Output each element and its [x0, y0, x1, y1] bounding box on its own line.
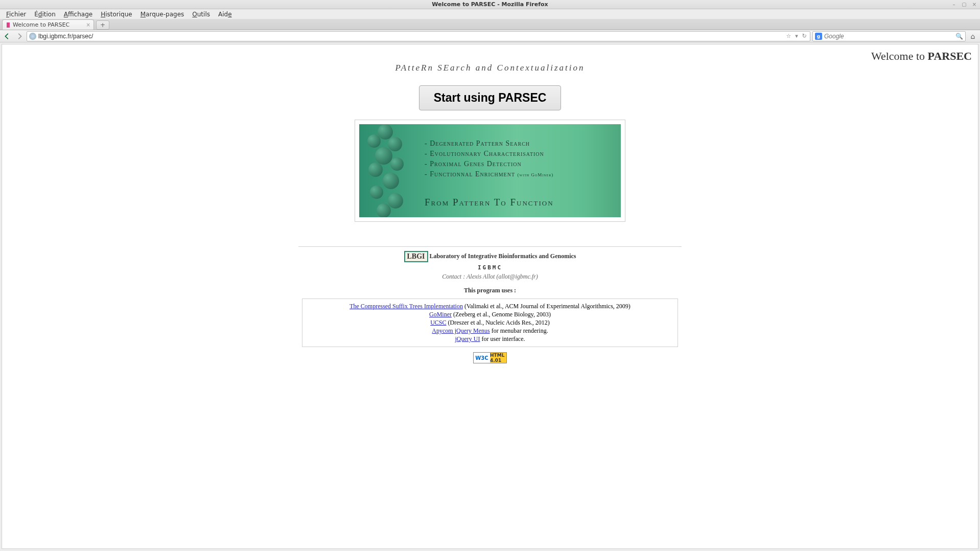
w3c-right: HTML 4.01 [490, 353, 506, 363]
ref-4: Apycom jQuery Menus for menubar renderin… [306, 327, 674, 335]
tabbar: Welcome to PARSEC × + [0, 19, 980, 30]
w3c-left: W3C [474, 353, 490, 363]
tab-close-icon[interactable]: × [86, 22, 90, 28]
banner-line-1: Degenerated Pattern Search [425, 140, 553, 148]
banner-line-4: Functionnal Enrichment (with GoMiner) [425, 170, 553, 178]
menu-edition[interactable]: Édition [30, 10, 60, 19]
ref-3: UCSC (Dreszer et al., Nucleic Acids Res.… [306, 319, 674, 327]
menu-historique[interactable]: Historique [97, 10, 136, 19]
forward-button[interactable] [14, 32, 25, 41]
lab-line: LBGI Laboratory of Integrative Bioinform… [2, 251, 978, 262]
browser-tab[interactable]: Welcome to PARSEC × [2, 19, 94, 30]
menu-outils[interactable]: Outils [188, 10, 214, 19]
menubar: Fichier Édition Affichage Historique Mar… [0, 9, 980, 19]
nav-toolbar: ☆ ▾ ↻ g 🔍 ⌂ [0, 30, 980, 42]
page-subtitle: PAtteRn SEarch and Contextualization [2, 63, 978, 73]
ref-link-1[interactable]: The Compressed Suffix Trees Implementati… [349, 303, 463, 310]
banner-line-3: Proximal Genes Detection [425, 160, 553, 168]
search-engine-icon[interactable]: g [815, 33, 822, 40]
lab-name: Laboratory of Integrative Bioinformatics… [430, 252, 576, 260]
uses-label: This program uses : [2, 287, 978, 294]
igbmc-label: IGBMC [2, 264, 978, 271]
minimize-icon[interactable]: – [950, 1, 958, 8]
divider [298, 246, 682, 247]
back-icon [4, 33, 11, 40]
reload-icon[interactable]: ↻ [801, 33, 808, 39]
url-bar[interactable]: ☆ ▾ ↻ [27, 31, 810, 41]
search-icon[interactable]: 🔍 [955, 33, 963, 40]
menu-fichier[interactable]: Fichier [2, 10, 30, 19]
globe-icon [29, 33, 36, 40]
url-input[interactable] [38, 33, 783, 40]
lbgi-badge: LBGI [404, 251, 428, 262]
menu-aide[interactable]: Aide [214, 10, 236, 19]
search-bar[interactable]: g 🔍 [812, 31, 966, 41]
search-input[interactable] [824, 33, 953, 40]
ref-link-4[interactable]: Apycom jQuery Menus [432, 327, 489, 334]
ref-link-5[interactable]: jQuery UI [455, 335, 480, 342]
references-box: The Compressed Suffix Trees Implementati… [302, 299, 678, 347]
maximize-icon[interactable]: ▢ [961, 1, 968, 8]
ref-5: jQuery UI for user interface. [306, 335, 674, 343]
w3c-badge[interactable]: W3C HTML 4.01 [473, 352, 507, 363]
ref-link-3[interactable]: UCSC [430, 319, 446, 326]
banner-frame: Degenerated Pattern Search Evolutionnary… [355, 120, 625, 222]
home-icon: ⌂ [971, 32, 975, 40]
close-icon[interactable]: × [971, 1, 978, 8]
back-button[interactable] [2, 32, 12, 41]
page-header: Welcome to PARSEC [871, 50, 972, 63]
banner-line-2: Evolutionnary Characterisation [425, 150, 553, 158]
window-title: Welcome to PARSEC - Mozilla Firefox [432, 1, 548, 8]
dna-illustration [362, 124, 418, 217]
favicon-icon [7, 22, 10, 28]
home-button[interactable]: ⌂ [968, 32, 978, 41]
ref-link-2[interactable]: GoMiner [429, 311, 452, 318]
contact-line: Contact : Alexis Allot (allot@igbmc.fr) [2, 273, 978, 281]
url-dropdown-icon[interactable]: ▾ [794, 33, 799, 39]
tab-title: Welcome to PARSEC [13, 21, 69, 28]
page-viewport: Welcome to PARSEC PAtteRn SEarch and Con… [2, 44, 978, 549]
footer: LBGI Laboratory of Integrative Bioinform… [2, 251, 978, 294]
banner: Degenerated Pattern Search Evolutionnary… [359, 124, 621, 217]
banner-slogan: From Pattern To Function [425, 197, 554, 208]
ref-2: GoMiner (Zeeberg et al., Genome Biology,… [306, 311, 674, 318]
start-using-parsec-button[interactable]: Start using PARSEC [419, 85, 562, 110]
ref-1: The Compressed Suffix Trees Implementati… [306, 303, 674, 310]
banner-feature-list: Degenerated Pattern Search Evolutionnary… [425, 140, 553, 180]
bookmark-star-icon[interactable]: ☆ [785, 33, 792, 39]
menu-affichage[interactable]: Affichage [60, 10, 97, 19]
forward-icon [16, 33, 23, 40]
menu-marquepages[interactable]: Marque-pages [136, 10, 189, 19]
window-titlebar: Welcome to PARSEC - Mozilla Firefox – ▢ … [0, 0, 980, 9]
new-tab-button[interactable]: + [96, 20, 109, 30]
